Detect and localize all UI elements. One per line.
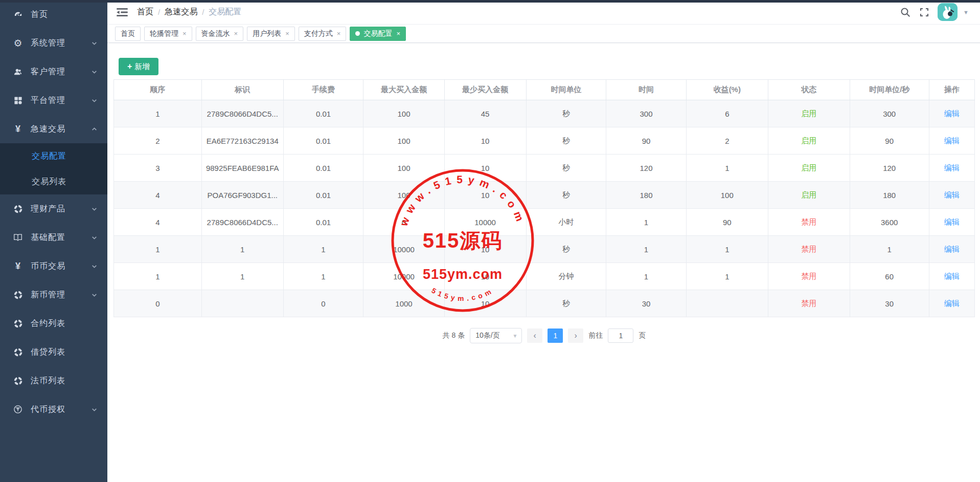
table-cell: 0.01 <box>283 127 363 155</box>
table-cell: 1 <box>114 263 202 290</box>
sidebar-item-contract-list[interactable]: 合约列表 <box>0 309 107 338</box>
close-icon[interactable]: × <box>396 30 400 37</box>
table-cell: 180 <box>606 182 687 209</box>
column-header: 时间单位/秒 <box>850 80 929 100</box>
tag-home[interactable]: 首页 <box>115 27 141 41</box>
hamburger-icon[interactable] <box>117 7 128 17</box>
sidebar-item-fiat-list[interactable]: 法币列表 <box>0 366 107 395</box>
edit-link[interactable]: 编辑 <box>944 217 960 226</box>
table-cell: 4 <box>114 209 202 236</box>
page-number-1[interactable]: 1 <box>548 328 563 343</box>
sidebar-item-customer-management[interactable]: 客户管理 <box>0 57 107 86</box>
edit-link[interactable]: 编辑 <box>944 163 960 172</box>
table-cell: 2 <box>686 127 768 155</box>
sidebar-item-basic-config[interactable]: 基础配置 <box>0 223 107 252</box>
tag-funds-flow[interactable]: 资金流水× <box>196 27 244 41</box>
chevron-down-icon <box>91 69 98 75</box>
table-cell: 10 <box>444 290 526 317</box>
status-cell: 禁用 <box>768 209 850 236</box>
sidebar-item-label: 借贷列表 <box>31 347 98 358</box>
search-icon[interactable] <box>900 7 911 18</box>
table-cell: 1 <box>283 263 363 290</box>
column-header: 时间单位 <box>526 80 606 100</box>
tag-label: 首页 <box>121 29 135 38</box>
close-icon[interactable]: × <box>234 30 238 37</box>
table-cell: 6 <box>686 100 768 127</box>
table-cell: 45 <box>444 100 526 127</box>
table-row: 398925FEAB6E981FA0.0110010秒1201启用120编辑 <box>114 155 975 182</box>
tag-user-list[interactable]: 用户列表× <box>247 27 295 41</box>
sidebar-subitem-trade-config[interactable]: 交易配置 <box>0 143 107 169</box>
sidebar-item-label: 合约列表 <box>31 318 98 329</box>
sidebar-item-coin-trade[interactable]: ¥币币交易 <box>0 252 107 280</box>
edit-link[interactable]: 编辑 <box>944 245 960 253</box>
status-badge: 启用 <box>801 163 816 172</box>
close-icon[interactable]: × <box>337 30 341 37</box>
table-cell: 0.01 <box>283 100 363 127</box>
table-cell <box>686 290 768 317</box>
chevron-down-icon <box>91 234 98 241</box>
next-page-button[interactable]: › <box>568 328 583 343</box>
prev-page-button[interactable]: ‹ <box>527 328 542 343</box>
page-size-value: 10条/页 <box>475 331 499 340</box>
edit-link[interactable]: 编辑 <box>944 299 960 308</box>
sidebar-item-label: 基础配置 <box>31 232 91 243</box>
table-cell: 秒 <box>526 182 606 209</box>
edit-link[interactable]: 编辑 <box>944 272 960 280</box>
table-row: 12789C8066D4DC5...0.0110045秒3006启用300编辑 <box>114 100 975 127</box>
sidebar-item-loan-list[interactable]: 借贷列表 <box>0 338 107 366</box>
edit-link[interactable]: 编辑 <box>944 109 960 118</box>
tag-carousel[interactable]: 轮播管理× <box>144 27 192 41</box>
table-cell: 1 <box>606 236 687 263</box>
goto-page-input[interactable] <box>608 328 633 343</box>
table-cell: 秒 <box>526 155 606 182</box>
table-cell <box>201 290 283 317</box>
sidebar-subitem-label: 交易列表 <box>32 177 66 187</box>
avatar[interactable] <box>938 3 958 21</box>
sidebar-subitem-trade-list[interactable]: 交易列表 <box>0 169 107 194</box>
table-cell: 1 <box>850 236 929 263</box>
table-cell: 2789C8066D4DC5... <box>201 209 283 236</box>
breadcrumb-item-rapid-trade[interactable]: 急速交易 <box>165 7 197 17</box>
sidebar-item-new-coin-management[interactable]: 新币管理 <box>0 280 107 309</box>
goto-unit: 页 <box>639 331 646 340</box>
ring-icon <box>12 291 24 299</box>
sidebar-item-home[interactable]: 首页 <box>0 0 107 29</box>
table-cell: 1 <box>201 263 283 290</box>
status-badge: 禁用 <box>801 217 816 226</box>
sidebar-item-system-management[interactable]: ⚙系统管理 <box>0 29 107 57</box>
table-cell: 1 <box>606 263 687 290</box>
sidebar-item-platform-management[interactable]: 平台管理 <box>0 86 107 115</box>
status-badge: 禁用 <box>801 245 816 253</box>
tag-payment-method[interactable]: 支付方式× <box>299 27 347 41</box>
sidebar-item-token-auth[interactable]: 代币授权 <box>0 395 107 424</box>
tag-label: 资金流水 <box>201 29 230 38</box>
tether-icon <box>12 405 24 414</box>
close-icon[interactable]: × <box>285 30 289 37</box>
column-header: 收益(%) <box>686 80 768 100</box>
sidebar-item-rapid-trade[interactable]: ¥急速交易 <box>0 115 107 143</box>
caret-down-icon[interactable]: ▼ <box>963 9 969 15</box>
edit-link[interactable]: 编辑 <box>944 136 960 145</box>
active-dot-icon <box>355 31 360 36</box>
page-size-select[interactable]: 10条/页 ▼ <box>470 328 522 343</box>
add-button[interactable]: + 新增 <box>119 58 158 75</box>
fullscreen-icon[interactable] <box>919 7 930 18</box>
column-header: 最大买入金额 <box>363 80 444 100</box>
table-cell: 4 <box>114 182 202 209</box>
table-cell: 10 <box>444 127 526 155</box>
chevron-down-icon <box>91 97 98 104</box>
book-icon <box>12 233 24 242</box>
tag-trade-config[interactable]: 交易配置× <box>350 27 406 41</box>
close-icon[interactable]: × <box>183 30 187 37</box>
table-cell: 0 <box>363 209 444 236</box>
table-cell: 300 <box>850 100 929 127</box>
column-header: 标识 <box>201 80 283 100</box>
status-badge: 启用 <box>801 190 816 199</box>
breadcrumb-item-home[interactable]: 首页 <box>137 7 153 17</box>
sidebar-item-wealth-products[interactable]: 理财产品 <box>0 194 107 223</box>
edit-link[interactable]: 编辑 <box>944 190 960 199</box>
table-cell: 2 <box>114 127 202 155</box>
chevron-down-icon: ▼ <box>512 333 517 339</box>
sidebar-menu: 首页⚙系统管理客户管理平台管理¥急速交易交易配置交易列表理财产品基础配置¥币币交… <box>0 0 107 424</box>
